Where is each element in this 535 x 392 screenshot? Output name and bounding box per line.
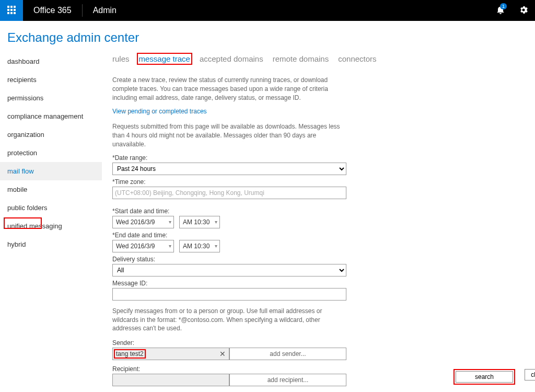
sender-label: Sender: (112, 339, 530, 347)
main-content: rules message trace accepted domains rem… (102, 50, 535, 392)
app-name-label: Admin (83, 6, 127, 15)
sidebar-item-organization[interactable]: organization (0, 125, 102, 144)
clear-button[interactable]: cle (525, 369, 535, 381)
svg-rect-8 (14, 12, 16, 14)
svg-rect-4 (10, 9, 13, 11)
tabs: rules message trace accepted domains rem… (112, 50, 530, 76)
sidebar-item-permissions[interactable]: permissions (0, 89, 102, 107)
footer-buttons: search cle (453, 369, 535, 385)
add-sender-button[interactable]: add sender... (229, 348, 346, 360)
add-recipient-button[interactable]: add recipient... (229, 374, 346, 386)
svg-rect-7 (10, 12, 13, 14)
end-datetime-label: *End date and time: (112, 232, 530, 239)
sidebar-item-hybrid[interactable]: hybrid (0, 235, 102, 253)
pending-traces-link[interactable]: View pending or completed traces (112, 108, 207, 115)
sidebar: dashboard recipients permissions complia… (0, 50, 102, 392)
end-time-select[interactable]: AM 10:30▾ (179, 240, 220, 252)
start-datetime-label: *Start date and time: (112, 207, 530, 215)
gear-icon (519, 6, 528, 16)
sidebar-item-dashboard[interactable]: dashboard (0, 52, 102, 71)
svg-rect-5 (14, 9, 16, 11)
delivery-status-select[interactable]: All (112, 264, 346, 276)
sidebar-item-recipients[interactable]: recipients (0, 71, 102, 89)
tab-rules[interactable]: rules (112, 54, 130, 63)
notification-badge: 1 (500, 3, 507, 9)
message-id-label: Message ID: (112, 280, 530, 287)
date-range-select[interactable]: Past 24 hours (112, 163, 346, 175)
sidebar-item-compliance[interactable]: compliance management (0, 107, 102, 125)
sidebar-item-protection[interactable]: protection (0, 144, 102, 162)
specify-note: Specify messages from or to a person or … (112, 307, 342, 333)
tab-message-trace[interactable]: message trace (139, 54, 190, 63)
timezone-select[interactable]: (UTC+08:00) Beijing, Chongqing, Hong Kon… (112, 187, 346, 199)
date-range-label: *Date range: (112, 154, 530, 162)
highlight-box: search (453, 369, 515, 385)
chevron-down-icon: ▾ (215, 219, 217, 225)
svg-rect-2 (14, 6, 16, 8)
start-time-select[interactable]: AM 10:30▾ (179, 216, 220, 228)
sidebar-item-public-folders[interactable]: public folders (0, 199, 102, 217)
settings-button[interactable] (512, 0, 535, 21)
start-date-select[interactable]: Wed 2016/3/9▾ (112, 216, 174, 228)
svg-rect-3 (7, 9, 9, 11)
sender-chip-box[interactable]: tang test2 ✕ (112, 348, 229, 360)
intro-text: Create a new trace, review the status of… (112, 76, 342, 102)
page-title: Exchange admin center (0, 21, 535, 50)
chevron-down-icon: ▾ (169, 219, 171, 225)
tab-remote-domains[interactable]: remote domains (273, 54, 329, 63)
recipient-chip-box[interactable] (112, 374, 229, 386)
svg-rect-6 (7, 12, 9, 14)
sidebar-item-mail-flow[interactable]: mail flow (0, 162, 102, 180)
sidebar-item-mobile[interactable]: mobile (0, 180, 102, 199)
sidebar-item-unified-messaging[interactable]: unified messaging (0, 217, 102, 235)
svg-rect-0 (7, 6, 9, 8)
clear-sender-button[interactable]: ✕ (219, 350, 226, 358)
notifications-button[interactable]: 1 (489, 0, 512, 21)
tab-accepted-domains[interactable]: accepted domains (200, 54, 263, 63)
availability-note: Requests submitted from this page will b… (112, 122, 342, 148)
chevron-down-icon: ▾ (215, 243, 217, 249)
waffle-icon (7, 6, 16, 16)
sender-value: tang test2 (114, 349, 146, 359)
delivery-status-label: Delivery status: (112, 256, 530, 263)
message-id-input[interactable] (112, 288, 346, 301)
tab-connectors[interactable]: connectors (338, 54, 376, 63)
brand-label: Office 365 (23, 6, 82, 15)
app-launcher-button[interactable] (0, 0, 23, 21)
svg-rect-1 (10, 6, 13, 8)
end-date-select[interactable]: Wed 2016/3/9▾ (112, 240, 174, 252)
topbar: Office 365 Admin 1 (0, 0, 535, 21)
timezone-label: *Time zone: (112, 178, 530, 186)
chevron-down-icon: ▾ (169, 243, 171, 249)
search-button[interactable]: search (456, 371, 513, 383)
